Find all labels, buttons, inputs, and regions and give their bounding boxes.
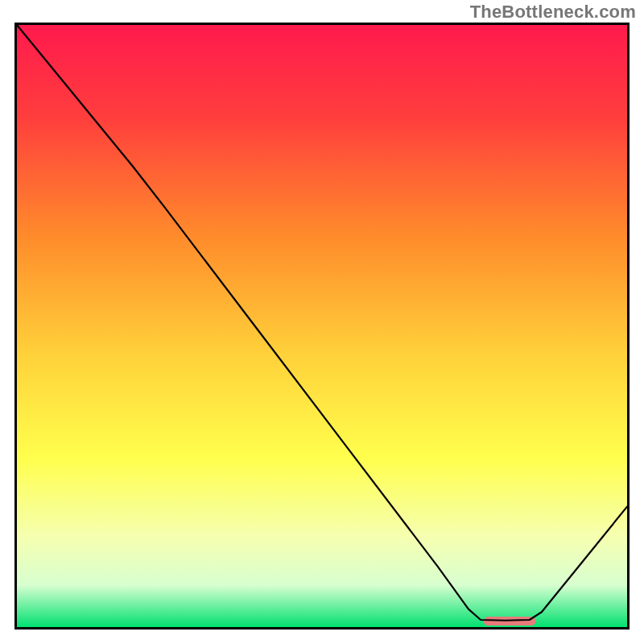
plot-svg xyxy=(0,0,644,644)
chart-stage: TheBottleneck.com xyxy=(0,0,644,644)
gradient-fill xyxy=(17,25,627,627)
